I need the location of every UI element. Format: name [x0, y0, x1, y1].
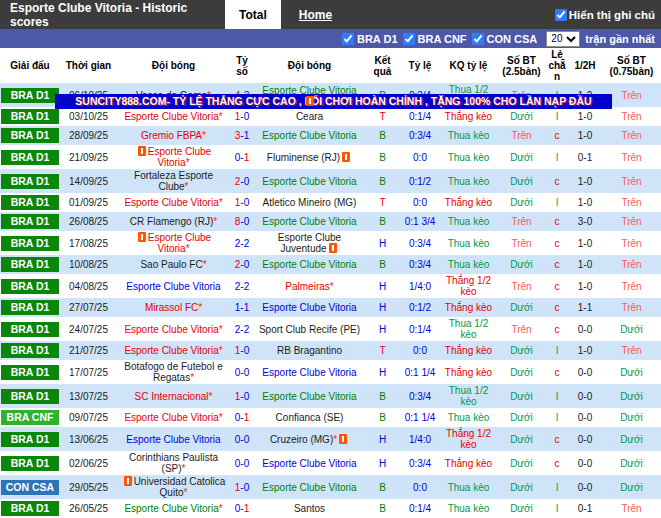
half-score-cell: 1-0 — [568, 126, 602, 145]
goals-0-75-cell: Trên — [602, 107, 661, 126]
odds-result-cell: Thua kèo — [440, 145, 497, 169]
odds-result-cell: Thắng 1/2 kèo — [440, 427, 497, 451]
favorite-star: * — [219, 111, 223, 122]
odds-cell: 0:3/4 — [400, 384, 440, 408]
score-cell: 2-2 — [230, 317, 254, 341]
away-team-cell: Esporte Clube Vitoria — [254, 169, 365, 193]
league-badge: CON CSA — [1, 480, 59, 495]
show-notes-checkbox[interactable] — [555, 9, 567, 21]
table-header-row: Giải đấuThời gianĐội bóngTỷ sốĐội bóngKế… — [0, 48, 661, 83]
league-badge: BRA D1 — [1, 501, 59, 516]
odd-even-cell: c — [546, 126, 568, 145]
away-goals: 0 — [244, 111, 250, 122]
goals-2-5-cell: Trên — [497, 231, 546, 255]
titlebar-spacer — [332, 0, 555, 29]
league-badge: BRA D1 — [1, 174, 59, 189]
goals-2-5-cell: Dưới — [497, 427, 546, 451]
date-cell: 26/05/25 — [60, 499, 117, 518]
favorite-star: * — [213, 216, 217, 227]
col-header: Đội bóng — [254, 48, 365, 83]
col-header: Số BT (0.75bàn) — [602, 48, 661, 83]
filter-con-csa[interactable]: CON CSA — [472, 33, 538, 45]
tab-total[interactable]: Total — [225, 0, 281, 29]
away-team-cell: Esporte Clube Juventude — [254, 231, 365, 255]
goals-0-75-cell: Trên — [602, 193, 661, 212]
team-name: Esporte Clube Vitoria — [262, 216, 356, 227]
date-cell: 02/06/25 — [60, 451, 117, 475]
favorite-star: * — [330, 281, 334, 292]
goals-0-75-cell: Dưới — [602, 360, 661, 384]
filter-con-csa-checkbox[interactable] — [472, 33, 484, 45]
filter-bra-cnf-checkbox[interactable] — [403, 33, 415, 45]
half-score-cell: 0-1 — [568, 145, 602, 169]
odds-cell: 0:1/4 — [400, 317, 440, 341]
tab-total-label: Total — [239, 8, 267, 22]
filter-bra-d1[interactable]: BRA D1 — [342, 33, 398, 45]
league-cell: BRA D1 — [0, 341, 60, 360]
home-team-cell: Sao Paulo FC* — [117, 255, 230, 274]
away-goals: 0 — [244, 197, 250, 208]
away-goals: 1 — [244, 302, 250, 313]
home-team-cell: Esporte Clube Vitoria* — [117, 341, 230, 360]
home-team-cell: Universidad Catolica Quito* — [117, 475, 230, 499]
result-cell: B — [365, 475, 400, 499]
team-name: Universidad Catolica Quito — [134, 476, 226, 498]
card-icon — [306, 96, 314, 106]
table-row: BRA D104/08/25Esporte Clube Vitoria2-2Pa… — [0, 274, 661, 298]
odds-result-cell: Thắng 1/2 kèo — [440, 274, 497, 298]
odds-result-cell: Thua kèo — [440, 255, 497, 274]
match-count-select[interactable]: 20 — [546, 31, 580, 47]
team-name: Botafogo de Futebol e Regatas — [124, 361, 222, 383]
table-row: BRA D117/08/25Esporte Clube Vitoria*2-2E… — [0, 231, 661, 255]
filter-bra-d1-checkbox[interactable] — [342, 33, 354, 45]
favorite-star: * — [219, 412, 223, 423]
col-header: Thời gian — [60, 48, 117, 83]
date-cell: 10/08/25 — [60, 255, 117, 274]
away-goals: 0 — [244, 367, 250, 378]
match-count-suffix: trận gần nhất — [585, 33, 655, 45]
home-team-cell: SC Internacional* — [117, 384, 230, 408]
team-name: SC Internacional — [135, 391, 209, 402]
half-score-cell: 1-0 — [568, 341, 602, 360]
odds-cell: 0:1/2 — [400, 169, 440, 193]
show-notes-toggle[interactable]: Hiển thị ghi chú — [555, 9, 655, 21]
card-icon — [342, 152, 350, 162]
result-cell: B — [365, 255, 400, 274]
date-cell: 04/08/25 — [60, 274, 117, 298]
result-cell: B — [365, 126, 400, 145]
result-cell: B — [365, 145, 400, 169]
favorite-star: * — [203, 259, 207, 270]
odds-cell: 0:0 — [400, 341, 440, 360]
team-name: Esporte Clube Vitoria — [126, 434, 220, 445]
date-cell: 13/07/25 — [60, 384, 117, 408]
odds-result-cell: Thắng kèo — [440, 298, 497, 317]
score-cell: 0-1 — [230, 499, 254, 518]
away-team-cell: Palmeiras* — [254, 274, 365, 298]
team-name: Mirassol FC — [145, 302, 198, 313]
half-score-cell: 1-0 — [568, 107, 602, 126]
goals-2-5-cell: Trên — [497, 274, 546, 298]
favorite-star: * — [333, 434, 337, 445]
away-goals: 2 — [244, 238, 250, 249]
score-cell: 2-0 — [230, 255, 254, 274]
goals-0-75-cell: Trên — [602, 169, 661, 193]
odds-cell: 1/4:0 — [400, 274, 440, 298]
goals-0-75-cell: Trên — [602, 298, 661, 317]
league-badge: BRA D1 — [1, 257, 59, 272]
filter-bra-cnf[interactable]: BRA CNF — [403, 33, 467, 45]
goals-0-75-cell: Trên — [602, 212, 661, 231]
league-badge: BRA CNF — [1, 410, 59, 425]
league-cell: BRA D1 — [0, 499, 60, 518]
tab-home[interactable]: Home — [299, 8, 332, 22]
goals-2-5-cell: Dưới — [497, 193, 546, 212]
table-row: BRA D126/05/25Esporte Clube Vitoria*0-1S… — [0, 499, 661, 518]
odd-even-cell: c — [546, 360, 568, 384]
favorite-star: * — [209, 391, 213, 402]
odds-result-cell: Thua kèo — [440, 212, 497, 231]
odds-result-cell: Thắng kèo — [440, 107, 497, 126]
score-cell: 1-0 — [230, 475, 254, 499]
league-cell: BRA D1 — [0, 298, 60, 317]
away-goals: 0 — [244, 434, 250, 445]
result-cell: B — [365, 384, 400, 408]
team-name: Esporte Clube Vitoria — [262, 259, 356, 270]
